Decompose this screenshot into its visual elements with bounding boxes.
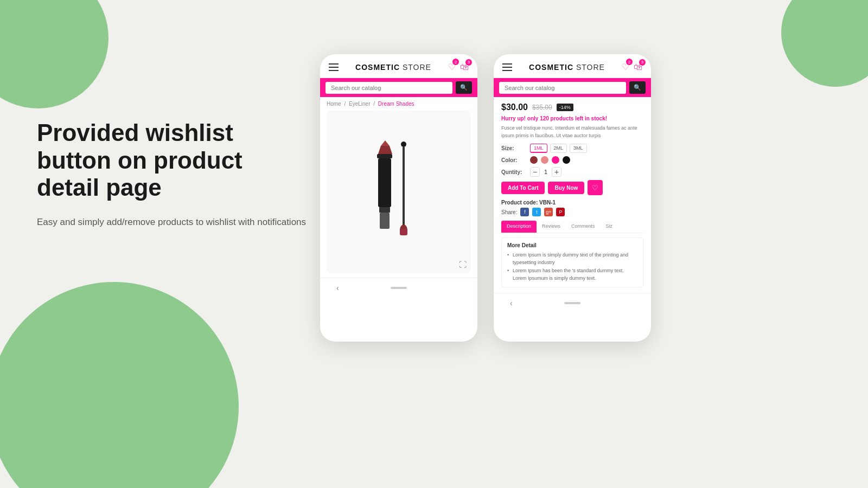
- size-3ml[interactable]: 3ML: [570, 144, 587, 153]
- discount-badge: -14%: [557, 104, 573, 111]
- product-code-row: Product code: VBN-1: [501, 200, 643, 206]
- detail-bullet-1: Lorem Ipsum is simply dummy text of the …: [507, 251, 637, 267]
- buy-now-button[interactable]: Buy Now: [548, 182, 584, 194]
- nav2-prev-arrow[interactable]: ‹: [510, 299, 513, 307]
- sub-text: Easy and simply add/remove products to w…: [37, 215, 308, 229]
- nav-prev-arrow[interactable]: ‹: [336, 284, 339, 292]
- share-label: Share:: [501, 209, 517, 215]
- nav2-dot: [564, 302, 580, 304]
- product-image-area: ⛶: [327, 111, 471, 273]
- phone1-header: COSMETIC STORE ♡ 2 🛍 3: [320, 54, 477, 78]
- qty-increase[interactable]: +: [552, 167, 561, 177]
- qty-decrease[interactable]: −: [530, 167, 540, 177]
- svg-rect-2: [379, 207, 390, 213]
- phone2-search-bar: 🔍: [494, 78, 651, 97]
- tab-comments[interactable]: Comments: [566, 221, 601, 233]
- color-label: Color:: [501, 157, 526, 163]
- color-dot-4[interactable]: [563, 156, 570, 164]
- phone1-bottom-nav: ‹ ›: [320, 278, 477, 298]
- cart-badge2: 3: [639, 59, 646, 66]
- color-row: Color:: [501, 156, 643, 164]
- wishlist-icon-phone2[interactable]: ♡ 2: [622, 62, 629, 72]
- svg-rect-10: [400, 229, 407, 235]
- size-2ml[interactable]: 2ML: [550, 144, 567, 153]
- sep2: /: [373, 101, 376, 107]
- breadcrumb-product[interactable]: Dream Shades: [378, 101, 414, 107]
- size-label: Size:: [501, 145, 526, 151]
- phone1-logo-thin: STORE: [400, 63, 431, 72]
- color-dot-3[interactable]: [552, 156, 559, 164]
- phone1-breadcrumb: Home / EyeLiner / Dream Shades: [320, 97, 477, 111]
- price-row: $30.00 $35.00 -14%: [501, 102, 643, 112]
- facebook-share[interactable]: f: [520, 208, 529, 216]
- wishlist-button[interactable]: ♡: [588, 180, 603, 195]
- color-options: [530, 156, 570, 164]
- phone2-search-input[interactable]: [499, 82, 626, 94]
- qty-value: 1: [544, 169, 547, 175]
- hamburger-icon[interactable]: [329, 63, 339, 71]
- product-description: Fusce vel tristique nunc. Interdum et ma…: [501, 125, 643, 139]
- svg-rect-7: [403, 146, 405, 233]
- twitter-share[interactable]: t: [532, 208, 541, 216]
- detail-bullet-2: Lorem Ipsum has been the 's standard dum…: [507, 267, 637, 282]
- svg-rect-1: [378, 158, 391, 207]
- phone2-logo: COSMETIC STORE: [529, 63, 605, 72]
- more-detail-title: More Detail: [507, 242, 637, 248]
- phones-container: COSMETIC STORE ♡ 2 🛍 3 🔍 Home / EyeL: [320, 54, 651, 342]
- phone1-search-button[interactable]: 🔍: [456, 81, 472, 94]
- pinterest-share[interactable]: P: [556, 208, 565, 216]
- product-code-value: VBN-1: [539, 200, 556, 206]
- price-original: $35.00: [532, 104, 552, 111]
- svg-rect-0: [377, 154, 392, 158]
- action-buttons: Add To Cart Buy Now ♡: [501, 180, 643, 195]
- phone2-logo-thin: STORE: [573, 63, 605, 72]
- product-code-label: Product code:: [501, 200, 538, 206]
- svg-marker-4: [378, 146, 392, 154]
- color-dot-1[interactable]: [530, 156, 538, 164]
- phone1-search-input[interactable]: [326, 82, 452, 94]
- expand-icon[interactable]: ⛶: [459, 260, 467, 269]
- breadcrumb-category[interactable]: EyeLiner: [349, 101, 370, 107]
- cart-icon-phone1[interactable]: 🛍 3: [460, 62, 469, 72]
- cart-icon-phone2[interactable]: 🛍 3: [634, 62, 642, 72]
- wishlist-badge: 2: [452, 59, 459, 65]
- phone1-logo-bold: COSMETIC: [355, 63, 400, 72]
- blob-top-right: [781, 0, 868, 87]
- product-detail-section: $30.00 $35.00 -14% Hurry up! only 120 pr…: [494, 97, 651, 293]
- phone2-logo-bold: COSMETIC: [529, 63, 573, 72]
- phone-1: COSMETIC STORE ♡ 2 🛍 3 🔍 Home / EyeL: [320, 54, 477, 342]
- phone1-logo: COSMETIC STORE: [355, 63, 431, 72]
- wishlist-icon-phone1[interactable]: ♡ 2: [448, 62, 456, 72]
- tab-description[interactable]: Description: [501, 221, 537, 233]
- product-tabs: Description Reviews Comments Siz: [501, 221, 643, 233]
- add-to-cart-button[interactable]: Add To Cart: [501, 182, 545, 194]
- svg-point-8: [401, 142, 406, 147]
- phone1-search-bar: 🔍: [320, 78, 477, 97]
- cart-badge: 3: [465, 59, 472, 66]
- phone2-bottom-nav: ‹ ›: [494, 293, 651, 313]
- stock-text: Hurry up! only 120 products left in stoc…: [501, 115, 643, 121]
- size-options: 1ML 2ML 3ML: [530, 144, 587, 153]
- size-row: Size: 1ML 2ML 3ML: [501, 144, 643, 153]
- svg-marker-5: [381, 140, 390, 146]
- phone2-search-button[interactable]: 🔍: [629, 81, 646, 94]
- tab-reviews[interactable]: Reviews: [537, 221, 566, 233]
- phone2-header-icons: ♡ 2 🛍 3: [622, 62, 642, 72]
- tab-size[interactable]: Siz: [601, 221, 618, 233]
- stock-prefix: Hurry up! only: [501, 115, 540, 121]
- svg-rect-3: [380, 213, 390, 229]
- nav-dot: [391, 287, 407, 289]
- phone-2: COSMETIC STORE ♡ 2 🛍 3 🔍 $30.00: [494, 54, 651, 342]
- lipstick-product-image: [374, 138, 423, 246]
- hamburger-icon-phone2[interactable]: [502, 63, 512, 71]
- size-1ml[interactable]: 1ML: [530, 144, 547, 153]
- quantity-row: Quntity: − 1 +: [501, 167, 643, 177]
- qty-control: − 1 +: [530, 167, 561, 177]
- left-text-section: Provided wishlist button on product deta…: [37, 119, 308, 229]
- stock-suffix: products left in stock!: [549, 115, 607, 121]
- color-dot-2[interactable]: [541, 156, 548, 164]
- share-row: Share: f t g+ P: [501, 208, 643, 216]
- google-share[interactable]: g+: [544, 208, 553, 216]
- breadcrumb-home[interactable]: Home: [327, 101, 341, 107]
- blob-bottom-left: [0, 282, 239, 488]
